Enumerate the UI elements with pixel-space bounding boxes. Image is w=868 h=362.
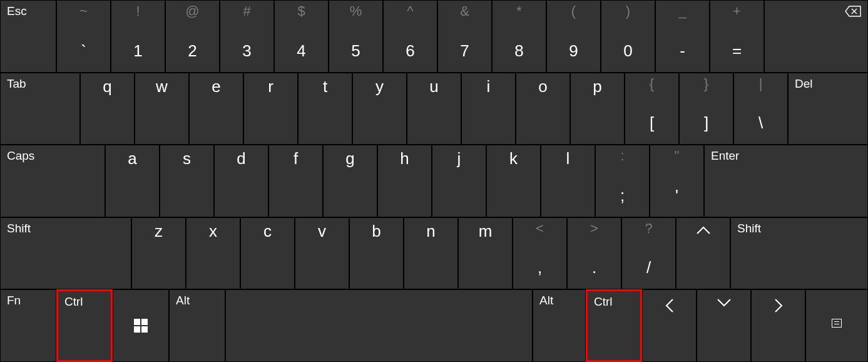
down-arrow-key[interactable] [697,289,751,362]
row-5: Fn Ctrl Alt Alt Ctrl [0,289,868,362]
left-arrow-key[interactable] [642,289,697,362]
right-bracket-key[interactable]: } ] [679,73,733,145]
chevron-right-icon [774,297,784,314]
key-h[interactable]: h [377,145,432,217]
context-menu-icon [832,319,842,328]
semicolon-key[interactable]: : ; [595,145,650,217]
key-q[interactable]: q [80,73,135,145]
key-x[interactable]: x [186,217,240,290]
key-f[interactable]: f [268,145,323,217]
key-u[interactable]: u [407,73,461,145]
backtick-key[interactable]: ~ ` [56,0,111,73]
key-b[interactable]: b [349,217,404,290]
key-c[interactable]: c [240,217,295,290]
windows-icon [134,319,148,333]
row-4: Shift z x c v b n m < , > . ? / Shift [0,217,868,290]
spacebar-key[interactable] [225,289,533,362]
key-w[interactable]: w [135,73,189,145]
right-shift-key[interactable]: Shift [730,217,868,290]
caps-lock-key[interactable]: Caps [0,145,105,217]
right-ctrl-key[interactable]: Ctrl [586,289,642,362]
key-a[interactable]: a [105,145,160,217]
delete-key[interactable]: Del [788,73,868,145]
context-menu-key[interactable] [805,289,868,362]
escape-label: Esc [7,4,27,18]
fn-key[interactable]: Fn [0,289,56,362]
comma-key[interactable]: < , [513,217,567,290]
equals-key[interactable]: + = [710,0,764,73]
escape-key[interactable]: Esc [0,0,56,73]
backslash-key[interactable]: | \ [733,73,788,145]
key-1[interactable]: ! 1 [111,0,165,73]
key-t[interactable]: t [298,73,352,145]
key-i[interactable]: i [461,73,516,145]
key-j[interactable]: j [432,145,486,217]
key-z[interactable]: z [131,217,186,290]
key-g[interactable]: g [323,145,377,217]
key-4[interactable]: $ 4 [274,0,329,73]
chevron-down-icon [716,297,732,308]
chevron-up-icon [695,225,712,235]
key-s[interactable]: s [160,145,214,217]
backspace-key[interactable] [764,0,868,73]
key-p[interactable]: p [570,73,625,145]
key-e[interactable]: e [189,73,243,145]
enter-key[interactable]: Enter [704,145,868,217]
right-alt-key[interactable]: Alt [533,289,586,362]
windows-key[interactable] [113,289,169,362]
key-n[interactable]: n [404,217,458,290]
row-2: Tab q w e r t y u i o p { [ } ] | \ Del [0,73,868,145]
tab-key[interactable]: Tab [0,73,80,145]
right-arrow-key[interactable] [751,289,805,362]
row-1: Esc ~ ` ! 1 @ 2 # 3 $ 4 % 5 ^ 6 [0,0,868,73]
chevron-left-icon [665,297,675,314]
key-9[interactable]: ( 9 [546,0,601,73]
key-3[interactable]: # 3 [220,0,274,73]
key-6[interactable]: ^ 6 [383,0,437,73]
on-screen-keyboard: Esc ~ ` ! 1 @ 2 # 3 $ 4 % 5 ^ 6 [0,0,868,362]
left-shift-key[interactable]: Shift [0,217,131,290]
key-r[interactable]: r [243,73,298,145]
key-m[interactable]: m [458,217,513,290]
row-3: Caps a s d f g h j k l : ; " ' Enter [0,145,868,217]
period-key[interactable]: > . [567,217,621,290]
key-7[interactable]: & 7 [437,0,492,73]
minus-key[interactable]: _ - [655,0,710,73]
key-k[interactable]: k [486,145,541,217]
key-0[interactable]: ) 0 [601,0,655,73]
key-2[interactable]: @ 2 [165,0,220,73]
key-l[interactable]: l [541,145,595,217]
up-arrow-key[interactable] [676,217,730,290]
key-v[interactable]: v [295,217,349,290]
left-bracket-key[interactable]: { [ [625,73,679,145]
backspace-icon [845,4,861,21]
left-ctrl-key[interactable]: Ctrl [56,289,113,362]
left-alt-key[interactable]: Alt [169,289,225,362]
key-o[interactable]: o [516,73,570,145]
slash-key[interactable]: ? / [621,217,676,290]
key-5[interactable]: % 5 [329,0,383,73]
backspace-icon-svg [845,6,861,17]
quote-key[interactable]: " ' [650,145,704,217]
key-d[interactable]: d [214,145,268,217]
key-8[interactable]: * 8 [492,0,546,73]
key-y[interactable]: y [352,73,407,145]
